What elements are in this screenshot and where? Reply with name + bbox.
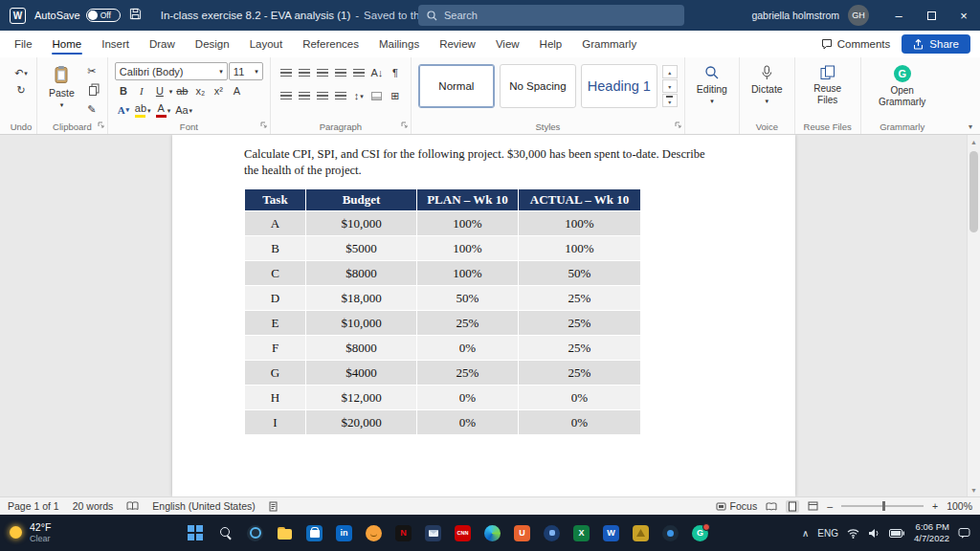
reuse-files-button[interactable]: Reuse Files	[802, 62, 854, 105]
scrollbar-thumb[interactable]	[969, 151, 978, 232]
language-switcher[interactable]: ENG	[817, 528, 838, 539]
text-effects-button[interactable]: A▾	[115, 101, 132, 119]
superscript-button[interactable]: x²	[210, 82, 227, 99]
wifi-icon[interactable]	[847, 528, 859, 539]
search-box[interactable]: Search	[418, 5, 684, 26]
doc-table-cell[interactable]: 100%	[519, 211, 641, 236]
styles-scroll-down-button[interactable]: ▾	[662, 79, 678, 93]
doc-table-cell[interactable]: 100%	[417, 211, 519, 236]
avatar[interactable]: GH	[848, 5, 869, 26]
style-heading-1[interactable]: Heading 1	[581, 64, 657, 108]
taskbar-icon-word[interactable]: W	[603, 525, 619, 541]
styles-dialog-launcher[interactable]	[675, 115, 681, 132]
decrease-indent-button[interactable]	[332, 64, 349, 81]
save-button[interactable]	[129, 7, 142, 24]
taskbar-icon-file-explorer[interactable]	[277, 525, 293, 541]
undo-button[interactable]: ↶▾	[12, 64, 30, 81]
align-right-button[interactable]	[314, 87, 331, 104]
focus-button[interactable]: Focus	[716, 500, 758, 512]
doc-table-cell[interactable]: 100%	[417, 261, 519, 286]
open-grammarly-button[interactable]: G Open Grammarly	[868, 62, 937, 107]
numbering-button[interactable]	[296, 64, 313, 81]
doc-table-cell[interactable]: 50%	[519, 261, 641, 286]
scroll-down-button[interactable]: ▼	[968, 483, 980, 496]
taskbar-icon-grammarly[interactable]: G	[692, 525, 708, 541]
page-indicator[interactable]: Page 1 of 1	[8, 500, 59, 512]
menu-tab-home[interactable]: Home	[52, 32, 83, 56]
menu-tab-references[interactable]: References	[301, 32, 360, 56]
taskbar-icon-app-gold[interactable]	[633, 525, 649, 541]
taskbar-icon-edge[interactable]	[484, 525, 501, 541]
zoom-level[interactable]: 100%	[947, 500, 972, 512]
align-left-button[interactable]	[278, 87, 295, 104]
doc-table-cell[interactable]: D	[245, 286, 306, 311]
copy-button[interactable]	[83, 81, 100, 99]
underline-caret-icon[interactable]: ▾	[169, 88, 173, 95]
bullets-button[interactable]	[278, 64, 295, 81]
doc-table-cell[interactable]: 0%	[417, 410, 519, 435]
italic-button[interactable]: I	[133, 82, 150, 99]
doc-table-cell[interactable]: 25%	[417, 361, 519, 386]
taskbar-icon-people[interactable]	[366, 525, 382, 541]
doc-table-cell[interactable]: $8000	[306, 336, 417, 361]
doc-table-cell[interactable]: $10,000	[306, 311, 417, 336]
paste-button[interactable]: Paste ▾	[44, 62, 79, 108]
show-formatting-marks-button[interactable]: ¶	[387, 64, 404, 81]
doc-table-cell[interactable]: I	[245, 410, 306, 435]
clipboard-dialog-launcher[interactable]	[98, 115, 104, 132]
doc-table-cell[interactable]: 25%	[519, 336, 641, 361]
font-dialog-launcher[interactable]	[260, 115, 267, 132]
doc-table-cell[interactable]: 0%	[417, 386, 519, 410]
language-indicator[interactable]: English (United States)	[152, 500, 255, 512]
doc-table-cell[interactable]: 25%	[519, 286, 641, 311]
doc-table-cell[interactable]: 100%	[417, 236, 519, 261]
subscript-button[interactable]: x₂	[191, 82, 209, 99]
taskbar-icon-netflix[interactable]: N	[395, 525, 412, 541]
doc-table-cell[interactable]: F	[245, 336, 306, 361]
doc-table-header-cell[interactable]: PLAN – Wk 10	[417, 189, 519, 211]
taskbar-icon-search[interactable]	[217, 525, 234, 541]
taskbar-icon-linkedin[interactable]: in	[336, 525, 352, 541]
document-page[interactable]: Calculate CPI, SPI, and CSI for the foll…	[172, 135, 795, 496]
underline-button[interactable]: U	[151, 82, 168, 99]
print-layout-button[interactable]	[786, 500, 799, 513]
doc-table-cell[interactable]: E	[245, 311, 306, 336]
notifications-icon[interactable]	[958, 527, 970, 539]
dictate-button[interactable]: Dictate ▾	[746, 62, 788, 104]
minimize-button[interactable]: –	[882, 0, 915, 31]
menu-tab-design[interactable]: Design	[194, 32, 231, 56]
user-name[interactable]: gabriella holmstrom	[751, 10, 839, 21]
word-app-icon[interactable]: W	[10, 8, 26, 24]
clear-formatting-button[interactable]: A	[228, 82, 245, 99]
font-size-combo[interactable]: 11▾	[229, 62, 263, 80]
doc-table-cell[interactable]: 100%	[519, 236, 641, 261]
line-spacing-button[interactable]: ↕▾	[350, 87, 368, 104]
menu-tab-help[interactable]: Help	[539, 32, 564, 56]
comments-button[interactable]: Comments	[821, 38, 891, 50]
doc-table-cell[interactable]: 0%	[417, 336, 519, 361]
word-count[interactable]: 20 words	[73, 500, 114, 512]
text-predictions-icon[interactable]	[269, 501, 278, 512]
taskbar-icon-cortana[interactable]	[247, 525, 263, 541]
taskbar-icon-app-orange[interactable]: U	[514, 525, 530, 541]
document-paragraph[interactable]: Calculate CPI, SPI, and CSI for the foll…	[244, 146, 723, 179]
doc-table-cell[interactable]: C	[245, 261, 306, 286]
taskbar-icon-app-navy[interactable]	[544, 525, 560, 541]
battery-icon[interactable]	[889, 529, 905, 538]
doc-table-cell[interactable]: 25%	[519, 311, 641, 336]
doc-table-cell[interactable]: $5000	[306, 236, 417, 261]
doc-table-header-cell[interactable]: Budget	[306, 189, 417, 211]
menu-tab-layout[interactable]: Layout	[249, 32, 284, 56]
menu-tab-insert[interactable]: Insert	[100, 32, 130, 56]
cut-button[interactable]: ✂	[83, 62, 100, 79]
redo-button[interactable]: ↻	[12, 81, 30, 99]
style-normal[interactable]: Normal	[418, 64, 495, 108]
menu-tab-mailings[interactable]: Mailings	[378, 32, 420, 56]
taskbar-icon-cnn[interactable]: CNN	[455, 525, 471, 541]
collapse-ribbon-button[interactable]: ▾	[969, 122, 972, 131]
web-layout-button[interactable]	[808, 501, 818, 511]
font-color-button[interactable]: A▾	[154, 101, 173, 119]
menu-tab-draw[interactable]: Draw	[148, 32, 176, 56]
vertical-scrollbar[interactable]: ▲ ▼	[967, 135, 980, 496]
highlight-button[interactable]: ab▾	[133, 101, 153, 119]
